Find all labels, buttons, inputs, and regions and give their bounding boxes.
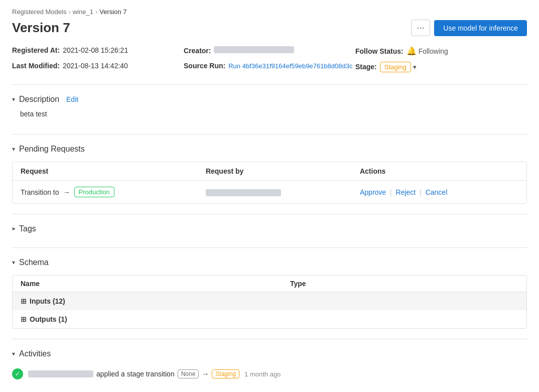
meta-section: Registered At: 2021-02-08 15:26:21 Creat…: [12, 46, 527, 72]
creator-value-redacted: [214, 46, 294, 53]
activity-time-ago: 1 month ago: [244, 370, 281, 378]
activities-label: Activities: [19, 349, 51, 358]
stage-dropdown-button[interactable]: ▾: [413, 63, 417, 71]
activities-section: ▾ Activities ✓ applied a stage transitio…: [12, 345, 527, 385]
header-actions: ⋯ Use model for inference: [411, 20, 527, 36]
inputs-label: Inputs (12): [30, 297, 65, 305]
action-sep-1: |: [390, 188, 392, 196]
use-model-button[interactable]: Use model for inference: [434, 20, 527, 36]
activities-caret: ▾: [12, 350, 15, 357]
request-by-cell: [198, 181, 352, 204]
breadcrumb-sep-2: ›: [95, 8, 97, 16]
reject-link[interactable]: Reject: [396, 188, 416, 196]
action-sep-2: |: [420, 188, 422, 196]
actions-cell: Approve | Reject | Cancel: [352, 181, 526, 204]
requester-redacted: [206, 189, 281, 196]
tags-header[interactable]: ▾ Tags: [12, 220, 527, 237]
pending-requests-caret: ▾: [12, 146, 15, 153]
bell-icon: 🔔: [407, 46, 417, 56]
divider-5: [12, 339, 527, 339]
col-request-by: Request by: [198, 162, 352, 181]
more-options-button[interactable]: ⋯: [411, 20, 430, 36]
outputs-label: Outputs (1): [30, 315, 67, 323]
check-circle-icon: ✓: [12, 368, 23, 379]
registered-at-label: Registered At:: [12, 46, 60, 54]
inputs-expand[interactable]: ⊞ Inputs (12): [13, 292, 526, 310]
breadcrumb-current: Version 7: [99, 8, 126, 16]
schema-table-container: Name Type ⊞ Inputs (12): [12, 275, 527, 329]
last-modified-field: Last Modified: 2021-08-13 14:42:40: [12, 62, 184, 72]
breadcrumb-registered-models[interactable]: Registered Models: [12, 8, 66, 16]
description-header[interactable]: ▾ Description Edit: [12, 91, 527, 108]
source-run-label: Source Run:: [184, 62, 225, 70]
breadcrumb-sep-1: ›: [68, 8, 70, 16]
source-run-field: Source Run: Run 4bf36e31f9164ef59eb9e761…: [184, 62, 355, 72]
activity-arrow: →: [202, 370, 209, 378]
schema-col-name: Name: [13, 276, 282, 292]
last-modified-label: Last Modified:: [12, 62, 60, 70]
last-modified-value: 2021-08-13 14:42:40: [63, 62, 128, 70]
follow-status-field: Follow Status: 🔔 Following: [355, 46, 527, 56]
outputs-expand[interactable]: ⊞ Outputs (1): [13, 310, 526, 328]
description-edit-link[interactable]: Edit: [66, 95, 78, 103]
tags-section: ▾ Tags: [12, 220, 527, 237]
none-badge: None: [178, 369, 199, 378]
stage-badge: Staging: [380, 62, 411, 72]
transition-to-text: Transition to: [21, 188, 59, 196]
production-badge: Production: [74, 187, 114, 197]
inputs-row: ⊞ Inputs (12): [13, 292, 526, 311]
col-request: Request: [13, 162, 198, 181]
description-text: beta test: [12, 108, 527, 124]
schema-label: Schema: [19, 258, 49, 267]
table-row: Transition to → Production Approve | Rej…: [13, 181, 526, 204]
description-caret: ▾: [12, 96, 15, 103]
description-section: ▾ Description Edit beta test: [12, 91, 527, 124]
schema-col-type: Type: [282, 276, 526, 292]
pending-requests-table: Request Request by Actions Transition to…: [12, 162, 527, 204]
source-run-link[interactable]: Run 4bf36e31f9164ef59eb9e761b8d08d3c: [228, 62, 352, 70]
page-header: Version 7 ⋯ Use model for inference: [12, 20, 527, 36]
outputs-row: ⊞ Outputs (1): [13, 310, 526, 328]
tags-label: Tags: [19, 224, 36, 233]
activity-text: applied a stage transition None → Stagin…: [28, 369, 281, 378]
schema-section: ▾ Schema Name Type ⊞ Inputs (12): [12, 254, 527, 329]
activity-user-redacted: [28, 370, 93, 377]
schema-header[interactable]: ▾ Schema: [12, 254, 527, 271]
pending-requests-header[interactable]: ▾ Pending Requests: [12, 141, 527, 158]
divider-1: [12, 84, 527, 85]
stage-field: Stage: Staging ▾: [355, 62, 527, 72]
transition-arrow: →: [63, 188, 70, 196]
divider-3: [12, 214, 527, 214]
schema-caret: ▾: [12, 259, 15, 266]
inputs-expand-icon: ⊞: [21, 297, 27, 305]
tags-caret: ▾: [10, 227, 17, 230]
outputs-expand-icon: ⊞: [21, 315, 27, 323]
outputs-cell: ⊞ Outputs (1): [13, 310, 526, 328]
pending-requests-label: Pending Requests: [19, 145, 85, 154]
col-actions: Actions: [352, 162, 526, 181]
inputs-cell: ⊞ Inputs (12): [13, 292, 526, 311]
cancel-link[interactable]: Cancel: [426, 188, 448, 196]
approve-link[interactable]: Approve: [360, 188, 386, 196]
breadcrumb-wine1[interactable]: wine_1: [73, 8, 93, 16]
request-cell: Transition to → Production: [13, 181, 198, 204]
description-label: Description: [19, 95, 59, 104]
check-icon: ✓: [15, 370, 20, 377]
activities-header[interactable]: ▾ Activities: [12, 345, 527, 362]
pending-requests-section: ▾ Pending Requests Request Request by Ac…: [12, 141, 527, 204]
creator-field: Creator:: [184, 46, 355, 56]
creator-label: Creator:: [184, 47, 211, 55]
follow-status-text: Following: [419, 47, 448, 55]
page-title: Version 7: [12, 20, 70, 36]
divider-4: [12, 247, 527, 248]
divider-2: [12, 134, 527, 135]
activity-action-text: applied a stage transition: [96, 370, 175, 378]
follow-status-label: Follow Status:: [355, 47, 403, 55]
activity-staging-badge: Staging: [212, 369, 239, 378]
activity-item: ✓ applied a stage transition None → Stag…: [12, 362, 527, 385]
breadcrumb: Registered Models › wine_1 › Version 7: [12, 8, 527, 16]
registered-at-value: 2021-02-08 15:26:21: [63, 46, 128, 54]
follow-status-value: 🔔 Following: [407, 46, 448, 56]
stage-label: Stage:: [355, 63, 377, 71]
registered-at-field: Registered At: 2021-02-08 15:26:21: [12, 46, 184, 56]
